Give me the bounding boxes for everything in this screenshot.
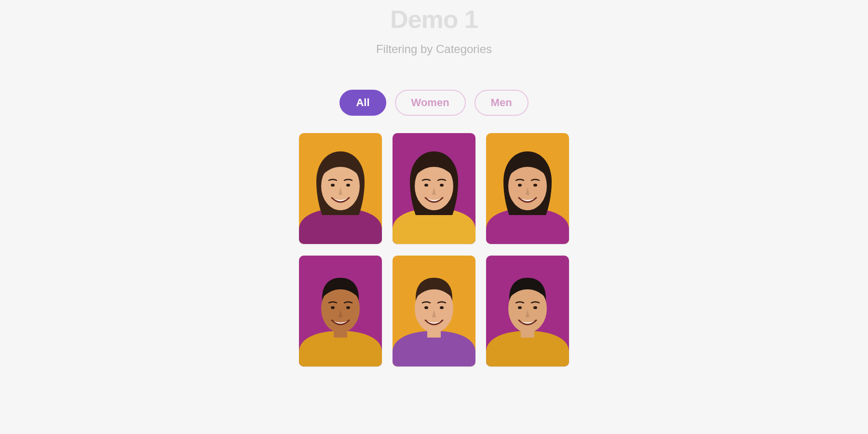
portrait-man-3[interactable] [486, 256, 569, 366]
svg-point-4 [346, 184, 350, 187]
avatar-icon [393, 256, 475, 366]
avatar-icon [486, 133, 569, 244]
svg-point-3 [331, 184, 335, 187]
svg-point-13 [518, 184, 522, 187]
svg-point-29 [533, 306, 537, 309]
svg-point-23 [424, 306, 428, 309]
svg-point-19 [346, 306, 350, 309]
svg-point-14 [533, 184, 537, 187]
avatar-icon [393, 133, 475, 244]
svg-point-9 [440, 184, 444, 187]
page-title: Demo 1 [390, 5, 478, 34]
portrait-woman-2[interactable] [393, 133, 475, 244]
page-subtitle: Filtering by Categories [376, 42, 492, 56]
filter-women-button[interactable]: Women [395, 90, 466, 116]
svg-point-18 [331, 306, 335, 309]
avatar-icon [299, 256, 382, 366]
avatar-icon [486, 256, 569, 366]
portrait-woman-1[interactable] [299, 133, 382, 244]
portrait-man-1[interactable] [299, 256, 382, 366]
portrait-grid [299, 133, 569, 366]
portrait-woman-3[interactable] [486, 133, 569, 244]
filter-all-button[interactable]: All [339, 90, 386, 116]
svg-point-8 [424, 184, 428, 187]
svg-point-28 [518, 306, 522, 309]
svg-point-24 [440, 306, 444, 309]
filter-men-button[interactable]: Men [475, 90, 529, 116]
avatar-icon [299, 133, 382, 244]
portrait-man-2[interactable] [393, 256, 475, 366]
filter-bar: All Women Men [339, 90, 528, 116]
